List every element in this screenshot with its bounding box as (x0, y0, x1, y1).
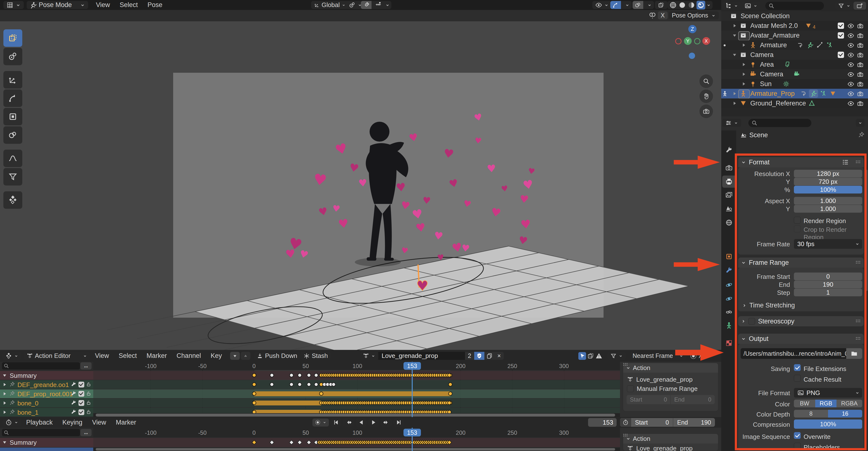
selectable-checkbox[interactable] (838, 23, 844, 29)
push-down-button[interactable]: Push Down (254, 352, 300, 360)
axis-x-ball[interactable]: X (702, 37, 710, 45)
zoom-button[interactable] (700, 75, 713, 88)
unlink-action-button[interactable]: × (495, 352, 504, 360)
properties-tab-view-layer[interactable] (722, 189, 736, 201)
use-preview-range-toggle[interactable] (620, 418, 631, 427)
pin-icon[interactable] (9, 391, 15, 396)
expander-icon[interactable] (2, 400, 7, 406)
tool-transform[interactable] (3, 126, 22, 144)
hide-viewport-icon[interactable] (847, 23, 854, 29)
camera-view-button[interactable] (700, 105, 713, 118)
hide-viewport-icon[interactable] (847, 71, 854, 78)
timeline-editor-type-button[interactable] (2, 419, 21, 426)
dope-hscroll-thumb[interactable] (96, 414, 615, 417)
chevron-down-icon[interactable] (385, 3, 390, 7)
outliner-row-sun[interactable]: Sun (721, 79, 868, 89)
properties-tab-particles[interactable] (722, 279, 736, 291)
properties-search-input[interactable] (748, 119, 811, 127)
drag-dots-icon[interactable] (711, 437, 716, 441)
expander-icon[interactable] (2, 382, 7, 387)
play-reverse-button[interactable] (355, 419, 367, 426)
expander-icon[interactable] (732, 101, 737, 106)
action-start-field[interactable]: Start0 (626, 395, 671, 404)
start-frame-field[interactable]: Start0 (631, 419, 673, 426)
auto-keying-toggle[interactable] (312, 419, 329, 426)
lock-open-icon[interactable] (86, 391, 92, 396)
tl-selected-channel-partial[interactable] (0, 448, 93, 451)
tool-move[interactable] (3, 71, 22, 88)
tl-playhead-label[interactable]: 153 (403, 429, 421, 436)
disable-render-icon[interactable] (857, 61, 864, 68)
keyframe[interactable] (314, 383, 318, 387)
properties-tab-scene[interactable] (722, 203, 736, 215)
channel-search-input[interactable] (2, 362, 80, 369)
lock-open-icon[interactable] (86, 400, 92, 406)
timeline-body[interactable]: -100-50050100200250300↔Summary153 (0, 428, 721, 451)
tool-cursor[interactable] (3, 48, 22, 65)
visibility-dropdown[interactable] (592, 1, 612, 9)
pin-icon[interactable] (858, 132, 865, 138)
outliner-display-mode[interactable] (742, 2, 761, 10)
channel-filter-toggle[interactable]: ↔ (81, 362, 92, 369)
new-collection-button[interactable] (854, 2, 866, 10)
jump-end-button[interactable] (393, 419, 404, 426)
menu-pose[interactable]: Pose (143, 1, 167, 9)
action-browse-button[interactable] (360, 352, 378, 360)
stash-button[interactable]: Stash (301, 352, 331, 360)
filter-up-button[interactable] (241, 352, 250, 360)
outliner-row-armature[interactable]: Armature (721, 40, 868, 50)
keyframe[interactable] (270, 373, 274, 377)
axis-z-neg-ball[interactable] (689, 53, 695, 59)
keyframe[interactable] (298, 383, 302, 387)
shading-rendered-toggle[interactable] (696, 1, 705, 9)
disable-render-icon[interactable] (857, 42, 864, 49)
warning-icon[interactable] (595, 352, 602, 360)
action-name-row[interactable]: Love_grenade_prop (623, 375, 718, 384)
expander-icon[interactable] (741, 62, 746, 67)
xray-toggle[interactable] (655, 1, 668, 9)
pose-options-dropdown[interactable]: Pose Options (669, 11, 719, 20)
properties-tab-world[interactable] (722, 217, 736, 229)
expander-icon[interactable] (741, 43, 746, 48)
shading-solid-icon[interactable] (678, 1, 686, 9)
outliner-row-camera[interactable]: Camera (721, 69, 868, 79)
expander-icon[interactable] (732, 23, 737, 28)
keyframe[interactable] (289, 373, 293, 377)
lock-open-icon[interactable] (86, 409, 92, 415)
keyframe[interactable] (270, 383, 274, 387)
hide-viewport-icon[interactable] (847, 100, 854, 107)
mode-dropdown[interactable]: Pose Mode (27, 1, 88, 9)
dope-menu-view[interactable]: View (90, 352, 114, 360)
keyframe[interactable] (298, 373, 302, 377)
gizmo-toggle[interactable] (610, 1, 621, 9)
axis-y-neg-ball[interactable] (694, 38, 701, 45)
chevron-down-icon[interactable] (625, 3, 630, 7)
playhead-label[interactable]: 153 (403, 362, 421, 370)
playhead-line[interactable] (412, 362, 413, 417)
chevron-down-icon[interactable] (706, 3, 711, 7)
properties-tab-constraints[interactable] (722, 306, 736, 318)
keyframe[interactable] (289, 383, 293, 387)
selectable-checkbox[interactable] (838, 32, 844, 38)
channel-enable-checkbox[interactable] (79, 391, 84, 397)
outliner-row-scene-collection[interactable]: Scene Collection (721, 11, 868, 21)
pin-icon[interactable] (9, 382, 15, 387)
properties-editor-button[interactable] (722, 119, 741, 127)
disable-render-icon[interactable] (857, 90, 864, 97)
keyframe[interactable] (307, 373, 311, 377)
action-panel-2-header[interactable]: Action (623, 434, 718, 444)
next-keyframe-button[interactable] (381, 419, 392, 426)
hide-viewport-icon[interactable] (847, 90, 854, 97)
snap-toggle[interactable] (361, 1, 372, 9)
only-selected-toggle[interactable] (578, 352, 586, 360)
outliner-filter-dropdown[interactable] (835, 2, 854, 10)
tool-breakdowner[interactable] (3, 191, 22, 209)
selectable-checkbox[interactable] (838, 52, 844, 58)
disable-render-icon[interactable] (857, 100, 864, 107)
disable-render-icon[interactable] (857, 32, 864, 39)
new-action-button[interactable] (485, 352, 495, 360)
pin-icon[interactable] (9, 400, 15, 406)
pan-button[interactable] (700, 89, 713, 103)
hidden-channels-icon[interactable] (587, 352, 594, 360)
hide-viewport-icon[interactable] (847, 32, 854, 39)
